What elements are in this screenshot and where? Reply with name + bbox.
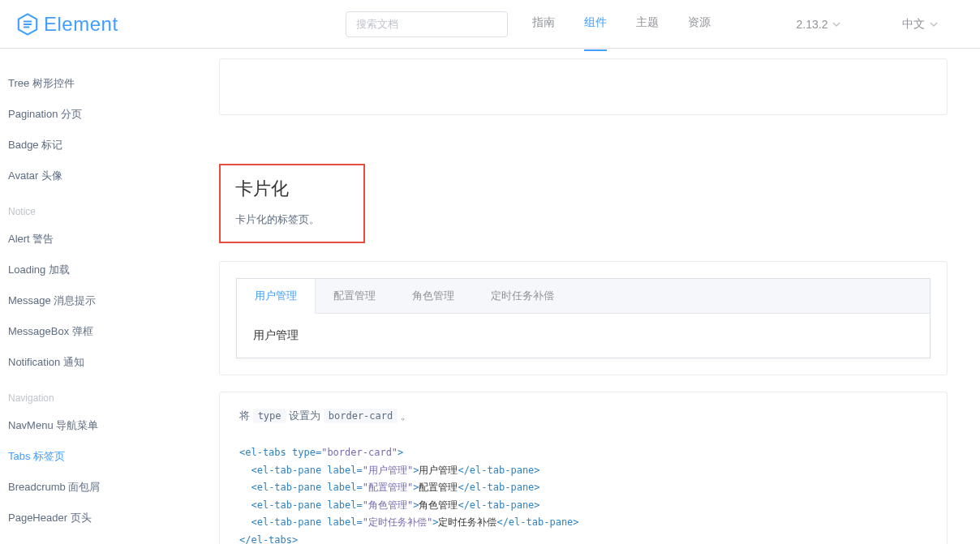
tab-cron-compensate[interactable]: 定时任务补偿: [473, 279, 573, 313]
inline-code-border-card: border-card: [324, 409, 398, 423]
nav-resource[interactable]: 资源: [688, 15, 711, 33]
section-highlight-box: 卡片化 卡片化的标签页。: [219, 164, 365, 243]
chevron-down-icon: [832, 18, 840, 31]
sidebar-item-message[interactable]: Message 消息提示: [8, 285, 195, 316]
sidebar-item-pagination[interactable]: Pagination 分页: [8, 99, 195, 130]
nav-theme[interactable]: 主题: [636, 15, 659, 33]
nav-guide[interactable]: 指南: [532, 15, 555, 33]
top-header: Element 指南 组件 主题 资源 2.13.2 中文: [0, 0, 980, 49]
code-card: 将 type 设置为 border-card 。 <el-tabs type="…: [219, 392, 948, 544]
sidebar-item-alert[interactable]: Alert 警告: [8, 224, 195, 255]
sidebar-group-navigation: Navigation: [8, 378, 195, 410]
section-desc: 卡片化的标签页。: [235, 212, 349, 227]
version-select[interactable]: 2.13.2: [797, 18, 841, 31]
lang-select[interactable]: 中文: [902, 17, 938, 32]
sidebar-item-navmenu[interactable]: NavMenu 导航菜单: [8, 410, 195, 441]
tabs-body: 用户管理: [237, 314, 930, 358]
main-content: 卡片化 卡片化的标签页。 用户管理 配置管理 角色管理 定时任务补偿 用户管理 …: [195, 49, 980, 544]
sidebar-item-tabs[interactable]: Tabs 标签页: [8, 441, 195, 472]
sidebar-item-tree[interactable]: Tree 树形控件: [8, 68, 195, 99]
logo[interactable]: Element: [16, 13, 118, 36]
tab-role-manage[interactable]: 角色管理: [394, 279, 473, 313]
nav-component[interactable]: 组件: [584, 15, 607, 33]
sidebar: Tree 树形控件 Pagination 分页 Badge 标记 Avatar …: [0, 49, 195, 544]
sidebar-item-avatar[interactable]: Avatar 头像: [8, 161, 195, 191]
search-wrap: [346, 11, 508, 37]
version-label: 2.13.2: [797, 18, 828, 31]
sidebar-item-breadcrumb[interactable]: Breadcrumb 面包屑: [8, 472, 195, 503]
previous-demo-card: [219, 58, 948, 115]
top-nav: 指南 组件 主题 资源 2.13.2 中文: [532, 15, 939, 33]
code-description: 将 type 设置为 border-card 。: [220, 392, 947, 439]
chevron-down-icon: [930, 18, 938, 31]
sidebar-item-loading[interactable]: Loading 加载: [8, 255, 195, 285]
inline-code-type: type: [253, 409, 286, 423]
element-logo-icon: [16, 13, 39, 36]
demo-card: 用户管理 配置管理 角色管理 定时任务补偿 用户管理: [219, 261, 948, 375]
tab-user-manage[interactable]: 用户管理: [237, 279, 316, 314]
section-title: 卡片化: [235, 177, 349, 201]
search-input[interactable]: [346, 11, 508, 37]
sidebar-item-badge[interactable]: Badge 标记: [8, 130, 195, 161]
sidebar-item-messagebox[interactable]: MessageBox 弹框: [8, 316, 195, 347]
sidebar-item-notification[interactable]: Notification 通知: [8, 347, 195, 378]
lang-label: 中文: [902, 17, 925, 32]
tabs-border-card: 用户管理 配置管理 角色管理 定时任务补偿 用户管理: [236, 278, 931, 358]
code-block: <el-tabs type="border-card"> <el-tab-pan…: [220, 439, 947, 544]
tab-config-manage[interactable]: 配置管理: [316, 279, 394, 313]
tabs-header: 用户管理 配置管理 角色管理 定时任务补偿: [237, 279, 930, 314]
logo-text: Element: [44, 13, 118, 36]
sidebar-item-pageheader[interactable]: PageHeader 页头: [8, 503, 195, 533]
sidebar-group-notice: Notice: [8, 191, 195, 224]
